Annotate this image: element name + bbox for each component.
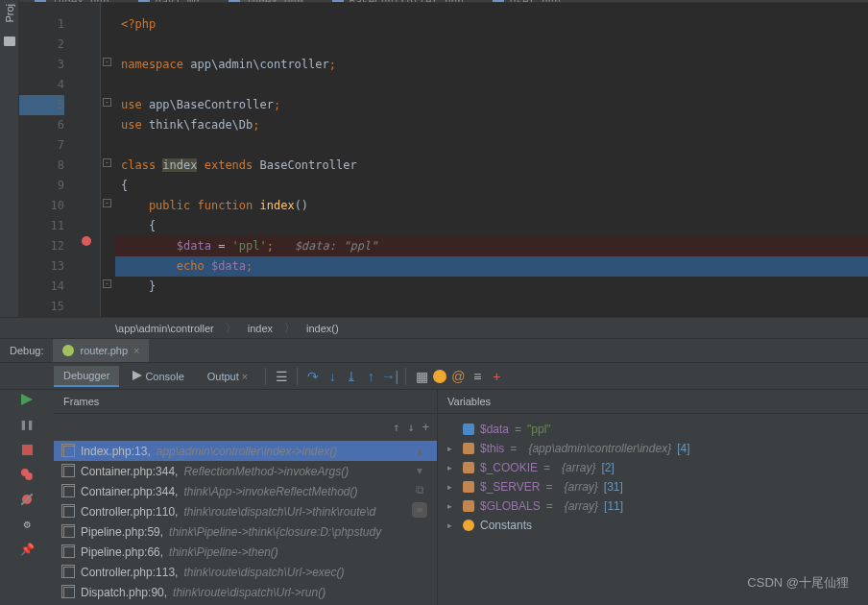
stop-icon[interactable]: [19, 442, 35, 457]
var-type-icon: [463, 424, 474, 435]
link-icon[interactable]: ⚭: [412, 502, 427, 518]
debug-side-toolbar: ❚❚ ⚙ 📌: [0, 390, 54, 605]
folder-icon[interactable]: [4, 36, 15, 46]
prev-frame-icon[interactable]: ↑: [393, 421, 399, 434]
frame-item[interactable]: Container.php:344, think\App->invokeRefl…: [54, 481, 437, 501]
var-type-icon: [463, 520, 474, 531]
stack-icon: [63, 446, 75, 457]
svg-marker-0: [133, 371, 142, 380]
chevron-right-icon: 〉: [284, 321, 295, 335]
frame-item[interactable]: Controller.php:113, think\route\dispatch…: [54, 562, 437, 582]
view-breakpoints-icon[interactable]: [19, 467, 35, 482]
close-icon[interactable]: ×: [133, 345, 139, 356]
breadcrumb-part[interactable]: \app\admin\controller: [115, 323, 214, 334]
close-icon[interactable]: ×: [242, 371, 248, 382]
mute-breakpoints-icon[interactable]: [19, 492, 35, 507]
line-numbers: 123456789101112131415: [19, 3, 72, 317]
fold-icon[interactable]: -: [103, 158, 111, 167]
frames-header: Frames: [54, 390, 437, 414]
frames-list[interactable]: ▴ ▾ ⧉ ⚭ Index.php:13, app\admin\controll…: [54, 441, 437, 605]
var-type-icon: [463, 481, 474, 493]
breadcrumb: \app\admin\controller 〉 index 〉 index(): [0, 317, 868, 338]
bug-icon: [62, 345, 74, 356]
settings-icon[interactable]: ⚙: [19, 517, 35, 532]
variable-item[interactable]: ▸$_SERVER = {array} [31]: [447, 477, 858, 496]
debug-panel: Debug: router.php × Debugger Console Out…: [0, 338, 868, 605]
chevron-right-icon: 〉: [226, 321, 236, 335]
breadcrumb-part[interactable]: index(): [306, 323, 339, 334]
debug-tabs: Debug: router.php ×: [0, 339, 868, 363]
debug-label: Debug:: [0, 345, 53, 356]
watermark: CSDN @十尾仙狸: [747, 574, 849, 592]
resume-icon[interactable]: [19, 392, 35, 407]
evaluate-icon[interactable]: ▦: [414, 369, 429, 384]
svg-marker-1: [21, 394, 33, 405]
frame-item[interactable]: Pipeline.php:59, think\Pipeline->think\{…: [54, 521, 437, 542]
variable-item[interactable]: ▸Constants: [447, 516, 858, 535]
stack-icon: [63, 506, 75, 518]
fold-icon[interactable]: -: [103, 98, 111, 107]
var-type-icon: [463, 462, 474, 473]
gutter-marks: [72, 3, 101, 317]
stack-icon: [63, 546, 75, 558]
stack-icon: [63, 466, 75, 477]
project-label[interactable]: Proj: [4, 4, 15, 23]
add-frame-icon[interactable]: +: [422, 421, 429, 434]
watch-icon[interactable]: [433, 370, 446, 383]
debug-tab-router[interactable]: router.php ×: [53, 339, 149, 362]
variables-header: Variables: [438, 390, 868, 414]
scroll-up-icon[interactable]: ▴: [412, 445, 427, 460]
frame-item[interactable]: Container.php:344, ReflectionMethod->inv…: [54, 461, 437, 481]
stack-icon: [63, 526, 75, 538]
frame-item[interactable]: Pipeline.php:66, think\Pipeline->then(): [54, 542, 437, 562]
debug-toolbar: Debugger Console Output × ☰ ↷ ↓ ⤓ ↑ →| ▦…: [0, 363, 868, 390]
variable-item[interactable]: ▸$this = {app\admin\controller\index} [4…: [447, 439, 858, 458]
var-type-icon: [463, 500, 474, 512]
variable-item[interactable]: ▸$GLOBALS = {array} [11]: [447, 496, 858, 516]
svg-point-4: [25, 472, 33, 480]
breakpoint-icon[interactable]: [82, 236, 91, 246]
output-view-tab[interactable]: Output ×: [198, 367, 258, 386]
tab-user-php[interactable]: User.php: [493, 0, 561, 2]
copy-icon[interactable]: ⧉: [412, 483, 427, 498]
breadcrumb-part[interactable]: index: [248, 323, 273, 334]
frame-item[interactable]: Index.php:13, app\admin\controller\index…: [54, 441, 437, 461]
play-icon: [133, 371, 142, 380]
svg-rect-2: [22, 445, 33, 455]
step-over-icon[interactable]: ↷: [305, 369, 321, 384]
frames-toolbar: ↑ ↓ +: [54, 414, 437, 441]
frame-item[interactable]: Dispatch.php:90, think\route\dispatch\Ur…: [54, 582, 437, 602]
tab-index-php-2[interactable]: index.php: [229, 0, 303, 2]
fold-icon[interactable]: -: [103, 58, 111, 66]
fold-column: - - - - -: [101, 3, 115, 317]
pin-icon[interactable]: 📌: [19, 542, 35, 557]
threads-icon[interactable]: ☰: [274, 369, 289, 384]
variable-item[interactable]: $data = "ppl": [447, 420, 858, 439]
stack-icon: [63, 486, 75, 497]
tab-index-php-1[interactable]: index.php: [35, 0, 109, 2]
frames-panel: Frames ↑ ↓ + ▴ ▾ ⧉ ⚭ Index.php:13, app\a…: [54, 390, 438, 605]
list-icon[interactable]: ≡: [470, 369, 485, 384]
tab-basecontroller[interactable]: BaseController.php: [332, 0, 464, 2]
tab-day1-md[interactable]: day1.md: [138, 0, 200, 2]
pause-icon[interactable]: ❚❚: [19, 417, 35, 432]
force-step-into-icon[interactable]: ⤓: [344, 369, 359, 384]
next-frame-icon[interactable]: ↓: [408, 421, 415, 434]
console-view-tab[interactable]: Console: [123, 367, 193, 386]
variables-panel: Variables $data = "ppl" ▸$this = {app\ad…: [438, 390, 868, 605]
stack-icon: [63, 587, 75, 598]
scroll-down-icon[interactable]: ▾: [412, 464, 427, 479]
variable-item[interactable]: ▸$_COOKIE = {array} [2]: [447, 458, 858, 477]
fold-icon[interactable]: -: [103, 279, 111, 288]
fold-icon[interactable]: -: [103, 199, 111, 207]
frame-item[interactable]: Controller.php:110, think\route\dispatch…: [54, 501, 437, 521]
debugger-view-tab[interactable]: Debugger: [54, 366, 119, 387]
code-content[interactable]: <?php namespace app\admin\controller; us…: [115, 3, 868, 317]
run-to-cursor-icon[interactable]: →|: [382, 369, 398, 384]
code-editor[interactable]: 123456789101112131415 - - - - - <?php na…: [19, 3, 868, 317]
at-icon[interactable]: @: [450, 369, 466, 384]
step-into-icon[interactable]: ↓: [325, 369, 340, 384]
project-sidebar: Proj: [0, 0, 19, 317]
add-icon[interactable]: +: [489, 369, 504, 384]
step-out-icon[interactable]: ↑: [363, 369, 378, 384]
